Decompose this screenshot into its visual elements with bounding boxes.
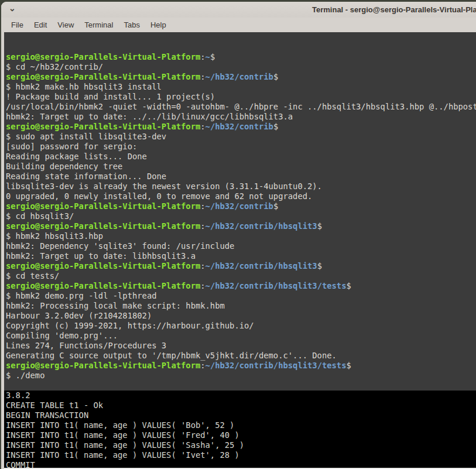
terminal-line: hbmk2: Target up to date: libhbsqlit3.a (6, 251, 476, 261)
terminal-line: Harbour 3.2.0dev (r2104281802) (6, 311, 476, 321)
terminal-line: libsqlite3-dev is already the newest ver… (6, 182, 476, 191)
terminal-line: hbmk2: Target up to date: ../../lib/linu… (6, 112, 476, 122)
terminal-line: sergio@sergio-Parallels-Virtual-Platform… (6, 122, 476, 132)
menu-item-view[interactable]: View (52, 19, 79, 31)
terminal-line: 0 upgraded, 0 newly installed, 0 to remo… (6, 191, 476, 201)
terminal-line: $ cd tests/ (6, 271, 476, 281)
terminal-line: sergio@sergio-Parallels-Virtual-Platform… (6, 72, 476, 82)
terminal-line: Compiling 'demo.prg'... (6, 331, 476, 341)
terminal-line: sergio@sergio-Parallels-Virtual-Platform… (6, 52, 476, 62)
terminal-line: $ ./demo (6, 371, 476, 381)
terminal-line: $ cd ~/hb32/contrib/ (6, 62, 476, 72)
shell-output: sergio@sergio-Parallels-Virtual-Platform… (4, 32, 476, 381)
demo-output: 3.8.2CREATE TABLE t1 - OkBEGIN TRANSACTI… (4, 391, 476, 469)
terminal-line: INSERT INTO t1( name, age ) VALUES( 'Sas… (6, 440, 476, 450)
terminal-line: $ hbmk2 demo.prg -ldl -lpthread (6, 291, 476, 301)
desktop: { "window": { "title": "Terminal - sergi… (0, 0, 476, 469)
menu-item-terminal[interactable]: Terminal (79, 19, 118, 31)
menu-item-edit[interactable]: Edit (29, 19, 52, 31)
menu-item-help[interactable]: Help (145, 19, 172, 31)
terminal-window: ⌄ Terminal - sergio@sergio-Parallels-Vir… (1, 2, 476, 469)
terminal-line: INSERT INTO t1( name, age ) VALUES( 'Bob… (6, 420, 476, 430)
terminal-line: [sudo] password for sergio: (6, 142, 476, 152)
window-menu-chevron-icon[interactable]: ⌄ (9, 4, 16, 12)
terminal-line: hbmk2: Dependency 'sqlite3' found: /usr/… (6, 241, 476, 251)
menu-item-tabs[interactable]: Tabs (118, 19, 145, 31)
terminal-line: INSERT INTO t1( name, age ) VALUES( 'Ive… (6, 450, 476, 460)
terminal-line: 3.8.2 (6, 391, 476, 400)
terminal-line: Reading package lists... Done (6, 152, 476, 162)
terminal-line: CREATE TABLE t1 - Ok (6, 400, 476, 410)
terminal-line: sergio@sergio-Parallels-Virtual-Platform… (6, 221, 476, 231)
terminal-line: $ hbmk2 hbsqlit3.hbp (6, 231, 476, 241)
terminal-line: sergio@sergio-Parallels-Virtual-Platform… (6, 201, 476, 211)
terminal-line: sergio@sergio-Parallels-Virtual-Platform… (6, 281, 476, 291)
terminal-line: hbmk2: Processing local make script: hbm… (6, 301, 476, 311)
terminal-line: Generating C source output to '/tmp/hbmk… (6, 351, 476, 361)
terminal-line: Reading state information... Done (6, 172, 476, 182)
terminal-line: sergio@sergio-Parallels-Virtual-Platform… (6, 261, 476, 271)
terminal-line: $ hbmk2 make.hb hbsqlit3 install (6, 82, 476, 92)
terminal-line: BEGIN TRANSACTION (6, 410, 476, 420)
terminal-line: Copyright (c) 1999-2021, https://harbour… (6, 321, 476, 331)
title-bar[interactable]: ⌄ Terminal - sergio@sergio-Parallels-Vir… (1, 2, 476, 18)
terminal-screen[interactable]: sergio@sergio-Parallels-Virtual-Platform… (4, 32, 476, 469)
menu-bar: FileEditViewTerminalTabsHelp (1, 18, 476, 32)
terminal-line: Building dependency tree (6, 162, 476, 172)
window-title: Terminal - sergio@sergio-Parallels-Virtu… (312, 5, 476, 14)
terminal-line: sergio@sergio-Parallels-Virtual-Platform… (6, 361, 476, 371)
terminal-line: ! Package build and install... 1 project… (6, 92, 476, 102)
terminal-line: $ cd hbsqlit3/ (6, 211, 476, 221)
terminal-line: $ sudo apt install libsqlite3-dev (6, 132, 476, 142)
terminal-line: INSERT INTO t1( name, age ) VALUES( 'Fre… (6, 430, 476, 440)
terminal-line: /usr/local/bin/hbmk2 -quiet -width=0 -au… (6, 102, 476, 112)
menu-item-file[interactable]: File (6, 19, 29, 31)
terminal-line: Lines 274, Functions/Procedures 3 (6, 341, 476, 351)
